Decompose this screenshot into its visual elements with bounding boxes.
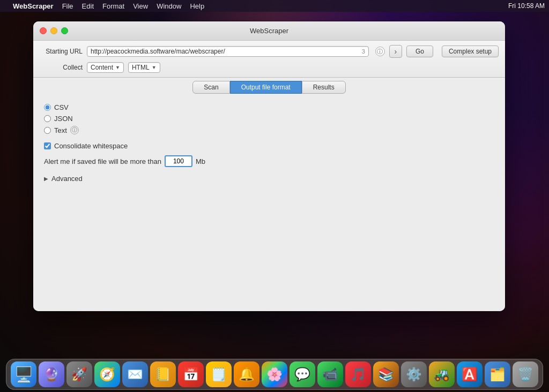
tab-bar: Scan Output file format Results — [33, 78, 505, 97]
dock-icon-photos[interactable]: 🌸 — [262, 361, 287, 387]
tab-results[interactable]: Results — [302, 81, 346, 94]
json-label: JSON — [54, 115, 73, 123]
menubar-app-name[interactable]: WebScraper — [13, 2, 54, 10]
advanced-arrow-icon: ▶ — [44, 176, 48, 182]
window-title: WebScraper — [250, 27, 288, 35]
dock-icon-mail[interactable]: ✉️ — [122, 361, 148, 387]
collect-select-value: Content — [91, 64, 115, 71]
go-button[interactable]: Go — [406, 46, 433, 57]
format-select-arrow: ▼ — [152, 65, 157, 70]
dock-icon-finder[interactable]: 🖥️ — [11, 361, 36, 387]
dock-icon-contacts[interactable]: 📒 — [150, 361, 176, 387]
url-label: Starting URL — [40, 48, 83, 55]
collect-select-arrow: ▼ — [115, 65, 120, 70]
csv-option-row: CSV — [44, 103, 494, 111]
dock-icon-notes[interactable]: 🗒️ — [206, 361, 232, 387]
menubar-edit[interactable]: Edit — [82, 2, 94, 10]
text-radio[interactable] — [44, 127, 51, 134]
text-label: Text — [54, 126, 67, 134]
consolidate-checkbox[interactable] — [44, 142, 51, 149]
alert-unit: Mb — [196, 157, 205, 165]
dock-icon-safari[interactable]: 🧭 — [94, 361, 120, 387]
dock-icon-facetime[interactable]: 📹 — [317, 361, 343, 387]
complex-setup-button[interactable]: Complex setup — [442, 46, 499, 57]
dock-icon-reminders[interactable]: 🔔 — [234, 361, 259, 387]
csv-label: CSV — [54, 103, 69, 111]
titlebar: WebScraper — [33, 21, 505, 41]
app-window: WebScraper Starting URL 3 ⓘ › Go Complex… — [33, 21, 505, 311]
dock-icon-settings[interactable]: ⚙️ — [401, 361, 427, 387]
text-option-row: Text ⓘ — [44, 126, 494, 134]
traffic-lights — [33, 27, 68, 34]
format-options: CSV JSON Text ⓘ — [44, 103, 494, 134]
csv-radio[interactable] — [44, 104, 51, 111]
json-radio[interactable] — [44, 115, 51, 122]
tab-scan[interactable]: Scan — [192, 81, 229, 94]
text-info-icon[interactable]: ⓘ — [70, 126, 79, 134]
dock-icon-tractor[interactable]: 🚜 — [429, 361, 455, 387]
nav-forward-button[interactable]: › — [389, 45, 402, 58]
consolidate-row: Consolidate whitespace — [44, 142, 494, 150]
dock-icon-launchpad[interactable]: 🚀 — [66, 361, 92, 387]
dock-icon-appstore[interactable]: 🅰️ — [457, 361, 483, 387]
dock-icon-messages[interactable]: 💬 — [290, 361, 315, 387]
alert-label: Alert me if saved file will be more than — [44, 157, 161, 165]
consolidate-label: Consolidate whitespace — [54, 142, 128, 150]
menubar-time: Fri 10:58 AM — [508, 2, 545, 10]
close-button[interactable] — [40, 27, 47, 34]
toolbar: Starting URL 3 ⓘ › Go Complex setup Coll… — [33, 41, 505, 78]
maximize-button[interactable] — [61, 27, 68, 34]
menubar-view[interactable]: View — [133, 2, 148, 10]
dock-icon-books[interactable]: 📚 — [373, 361, 399, 387]
url-input[interactable] — [91, 48, 360, 55]
menubar-help[interactable]: Help — [190, 2, 204, 10]
url-info-button[interactable]: ⓘ — [375, 47, 385, 56]
dock-icon-files[interactable]: 🗂️ — [485, 361, 510, 387]
format-select[interactable]: HTML ▼ — [128, 62, 160, 73]
url-count: 3 — [362, 48, 365, 55]
alert-input[interactable] — [165, 155, 192, 167]
dock-icon-calendar[interactable]: 📅 — [178, 361, 204, 387]
alert-row: Alert me if saved file will be more than… — [44, 155, 494, 167]
format-select-value: HTML — [132, 64, 152, 71]
url-field-wrapper: 3 — [87, 46, 369, 57]
advanced-label: Advanced — [51, 175, 83, 183]
menubar-format[interactable]: Format — [102, 2, 124, 10]
menubar-window[interactable]: Window — [157, 2, 181, 10]
collect-select[interactable]: Content ▼ — [87, 62, 124, 73]
menubar: WebScraper File Edit Format View Window … — [0, 0, 549, 12]
menubar-file[interactable]: File — [62, 2, 73, 10]
tab-output-file-format[interactable]: Output file format — [230, 81, 302, 94]
json-option-row: JSON — [44, 115, 494, 123]
dock-icon-siri[interactable]: 🔮 — [39, 361, 64, 387]
collect-label: Collect — [40, 64, 83, 71]
advanced-section[interactable]: ▶ Advanced — [44, 175, 494, 183]
dock-icon-music[interactable]: 🎵 — [345, 361, 371, 387]
dock: 🖥️ 🔮 🚀 🧭 ✉️ 📒 📅 🗒️ 🔔 🌸 💬 📹 🎵 📚 ⚙️ 🚜 — [6, 359, 543, 390]
main-content: CSV JSON Text ⓘ Consolidate whitespace A… — [33, 97, 505, 311]
dock-icon-trash[interactable]: 🗑️ — [513, 361, 538, 387]
minimize-button[interactable] — [50, 27, 57, 34]
